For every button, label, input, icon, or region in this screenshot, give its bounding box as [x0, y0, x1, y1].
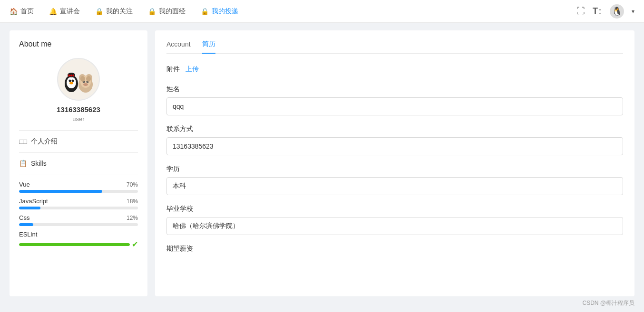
svg-point-5 [69, 82, 73, 85]
divider-3 [19, 174, 138, 174]
skill-bar-fill-eslint [19, 243, 130, 246]
user-menu-chevron[interactable]: ▾ [632, 8, 634, 15]
skill-item-css: Css 12% [19, 214, 138, 226]
skill-bar-bg-eslint [19, 243, 130, 246]
nav-item-follow[interactable]: 🔒 我的关注 [95, 5, 133, 18]
skills-section-title: 📋 Skills [19, 160, 138, 167]
home-icon: 🏠 [10, 8, 18, 15]
nav-item-seminar[interactable]: 🔔 宣讲会 [49, 5, 80, 18]
skill-bar-bg-vue [19, 190, 138, 193]
attachment-row: 附件 上传 [166, 65, 623, 74]
label-education: 学历 [166, 165, 623, 173]
intro-label: 个人介绍 [31, 137, 58, 146]
input-contact[interactable] [166, 137, 623, 155]
form-row-salary: 期望薪资 [166, 245, 623, 253]
attachment-label: 附件 [166, 65, 180, 74]
label-school: 毕业学校 [166, 205, 623, 213]
svg-point-9 [70, 75, 72, 76]
check-icon: ✔ [132, 240, 138, 249]
skills-list: Vue 70% JavaScript 18% C [19, 181, 138, 249]
nav-label-seminar: 宣讲会 [60, 7, 80, 16]
avatar-section: 13163385623 user [19, 58, 138, 123]
skill-bar-bg-css [19, 223, 138, 226]
footer-watermark: CSDN @椰汁程序员 [582, 299, 634, 304]
avatar-image [58, 59, 99, 100]
nav-label-home: 首页 [20, 7, 34, 16]
nav-label-interview: 我的面经 [159, 7, 185, 16]
nav-label-toushu: 我的投递 [212, 7, 238, 16]
eslint-check: ✔ [19, 240, 138, 249]
tab-resume[interactable]: 简历 [202, 40, 215, 53]
skill-name-js: JavaScript [19, 198, 48, 205]
skill-percent-css: 12% [127, 215, 138, 221]
skill-item-eslint: ESLint ✔ [19, 231, 138, 249]
divider-2 [19, 152, 138, 153]
right-panel: Account 简历 附件 上传 姓名 联系方式 学历 毕业学校 [155, 30, 634, 296]
input-name[interactable] [166, 97, 623, 115]
nav-items: 🏠 首页 🔔 宣讲会 🔒 我的关注 🔒 我的面经 🔒 我的投递 [10, 5, 576, 18]
input-education[interactable] [166, 177, 623, 195]
form-row-school: 毕业学校 [166, 205, 623, 235]
user-role: user [72, 115, 84, 123]
tabs: Account 简历 [166, 40, 623, 54]
form-row-contact: 联系方式 [166, 125, 623, 155]
seminar-icon: 🔔 [49, 8, 57, 15]
left-panel: About me [10, 30, 147, 296]
username: 13163385623 [57, 105, 100, 113]
svg-point-18 [86, 76, 91, 82]
label-contact: 联系方式 [166, 125, 623, 133]
nav-item-toushu[interactable]: 🔒 我的投递 [201, 5, 238, 18]
skill-bar-fill-js [19, 207, 40, 209]
follow-icon: 🔒 [95, 8, 103, 15]
toushu-icon: 🔒 [201, 8, 209, 15]
svg-point-17 [80, 76, 85, 82]
svg-point-0 [58, 59, 99, 100]
upload-button[interactable]: 上传 [185, 65, 199, 74]
intro-section-title: □□ 个人介绍 [19, 137, 138, 146]
skills-label: Skills [31, 160, 47, 167]
skill-percent-js: 18% [127, 198, 138, 205]
label-salary: 期望薪资 [166, 245, 623, 253]
skill-bar-fill-css [19, 223, 33, 226]
form-row-education: 学历 [166, 165, 623, 195]
user-avatar-nav[interactable]: 🐧 [610, 4, 624, 19]
skills-icon: 📋 [19, 160, 27, 167]
skill-item-js: JavaScript 18% [19, 198, 138, 209]
nav-label-follow: 我的关注 [106, 7, 133, 16]
intro-icon: □□ [19, 138, 27, 145]
svg-point-16 [83, 83, 88, 86]
skill-bar-fill-vue [19, 190, 102, 193]
skill-percent-vue: 70% [127, 181, 138, 188]
nav-item-home[interactable]: 🏠 首页 [10, 5, 34, 18]
tab-account[interactable]: Account [166, 40, 191, 53]
form-row-name: 姓名 [166, 85, 623, 115]
skill-bar-bg-js [19, 207, 138, 209]
skill-name-css: Css [19, 214, 29, 221]
navbar: 🏠 首页 🔔 宣讲会 🔒 我的关注 🔒 我的面经 🔒 我的投递 ⛶ T↕ 🐧 ▾ [0, 0, 644, 23]
divider-1 [19, 130, 138, 131]
svg-point-4 [72, 80, 74, 82]
main-layout: About me [0, 23, 644, 304]
skill-item-vue: Vue 70% [19, 181, 138, 193]
input-school[interactable] [166, 217, 623, 235]
expand-icon[interactable]: ⛶ [576, 6, 585, 16]
skill-name-eslint: ESLint [19, 231, 37, 238]
text-size-icon[interactable]: T↕ [593, 6, 602, 16]
user-avatar [57, 58, 100, 101]
label-name: 姓名 [166, 85, 623, 94]
nav-right: ⛶ T↕ 🐧 ▾ [576, 4, 634, 19]
svg-point-3 [69, 80, 71, 82]
nav-item-interview[interactable]: 🔒 我的面经 [148, 5, 185, 18]
skill-name-vue: Vue [19, 181, 30, 188]
about-me-title: About me [19, 40, 138, 48]
interview-icon: 🔒 [148, 8, 156, 15]
